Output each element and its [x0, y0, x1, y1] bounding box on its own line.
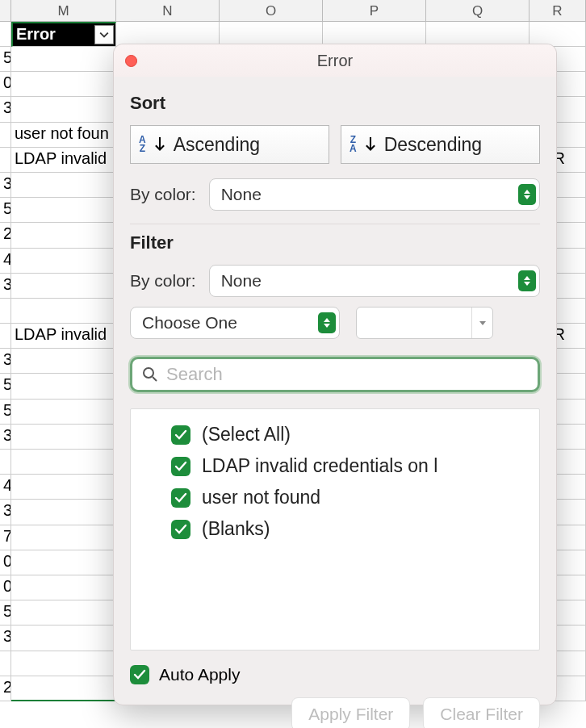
filter-search-field[interactable]: [130, 357, 540, 392]
filter-value-row[interactable]: user not found: [171, 487, 525, 508]
cell[interactable]: [0, 324, 11, 349]
cell[interactable]: [11, 575, 116, 600]
auto-apply-label: Auto Apply: [159, 665, 240, 684]
cell[interactable]: [11, 500, 116, 525]
cell[interactable]: [11, 97, 116, 122]
cell[interactable]: LDAP invalid: [11, 148, 116, 173]
sort-az-icon: AZ: [139, 136, 146, 153]
cell[interactable]: 3: [0, 500, 11, 525]
cell[interactable]: 5: [0, 374, 11, 399]
svg-point-0: [144, 368, 153, 378]
filter-value-label: (Select All): [202, 424, 291, 446]
cell[interactable]: [11, 173, 116, 198]
clear-filter-button[interactable]: Clear Filter: [423, 697, 540, 728]
cell[interactable]: 0: [0, 72, 11, 97]
cell[interactable]: 5: [0, 47, 11, 72]
filter-value-label: user not found: [202, 487, 320, 508]
cell[interactable]: LDAP invalid: [11, 324, 116, 349]
filter-search-input[interactable]: [166, 364, 528, 385]
cell[interactable]: 5: [0, 400, 11, 425]
column-header-cell[interactable]: Error: [11, 22, 116, 47]
apply-filter-button[interactable]: Apply Filter: [291, 697, 410, 728]
filter-value-label: (Blanks): [202, 518, 270, 540]
divider: [130, 224, 540, 224]
filter-value-checkbox[interactable]: [171, 425, 190, 445]
col-header-M[interactable]: M: [11, 0, 116, 22]
cell[interactable]: 3: [0, 425, 11, 450]
cell[interactable]: 3: [0, 97, 11, 122]
filter-value-row[interactable]: LDAP invalid credentials on l: [171, 455, 525, 477]
cell[interactable]: 4: [0, 249, 11, 274]
cell[interactable]: [11, 349, 116, 374]
cell[interactable]: [11, 676, 116, 701]
cell[interactable]: [11, 525, 116, 550]
column-filter-button[interactable]: [94, 25, 114, 44]
col-header-P[interactable]: P: [323, 0, 426, 22]
cell[interactable]: [11, 47, 116, 72]
cell[interactable]: 2: [0, 676, 11, 701]
cell[interactable]: [11, 274, 116, 299]
col-header-R[interactable]: R: [529, 0, 586, 22]
sort-by-color-label: By color:: [130, 185, 196, 204]
filter-value-checkbox[interactable]: [171, 488, 190, 508]
cell[interactable]: [0, 651, 11, 676]
filter-dialog: Error Sort AZ Ascending ZA Descending By…: [113, 44, 557, 705]
cell[interactable]: 7: [0, 525, 11, 550]
close-icon[interactable]: [125, 55, 137, 67]
dialog-titlebar: Error: [114, 44, 556, 77]
sort-ascending-button[interactable]: AZ Ascending: [130, 125, 329, 164]
cell[interactable]: [0, 22, 11, 47]
filter-value-row[interactable]: (Blanks): [171, 518, 525, 540]
cell[interactable]: 5: [0, 600, 11, 625]
auto-apply-checkbox[interactable]: [130, 665, 149, 684]
col-header-Q[interactable]: Q: [426, 0, 529, 22]
cell[interactable]: [0, 123, 11, 148]
cell[interactable]: user not foun: [11, 123, 116, 148]
cell[interactable]: [11, 475, 116, 500]
check-icon: [174, 523, 187, 536]
cell[interactable]: 3: [0, 173, 11, 198]
cell[interactable]: [11, 223, 116, 248]
cell[interactable]: 3: [0, 274, 11, 299]
cell[interactable]: [11, 249, 116, 274]
select-stepper-icon: [318, 312, 336, 333]
filter-by-color-select[interactable]: None: [209, 265, 540, 297]
cell[interactable]: [11, 198, 116, 223]
filter-value-combobox[interactable]: [356, 307, 493, 339]
cell[interactable]: [11, 625, 116, 651]
filter-value-checkbox[interactable]: [171, 520, 190, 539]
select-stepper-icon: [518, 270, 536, 291]
sort-descending-button[interactable]: ZA Descending: [341, 125, 540, 164]
cell[interactable]: [11, 374, 116, 399]
chevron-down-icon: [471, 308, 492, 338]
cell[interactable]: 4: [0, 475, 11, 500]
filter-value-row[interactable]: (Select All): [171, 424, 525, 446]
cell[interactable]: [11, 400, 116, 425]
cell[interactable]: [11, 550, 116, 575]
cell[interactable]: 3: [0, 625, 11, 651]
col-header-O[interactable]: O: [220, 0, 323, 22]
cell[interactable]: 2: [0, 223, 11, 248]
chevron-down-icon: [99, 30, 109, 40]
check-icon: [174, 429, 187, 441]
cell[interactable]: 3: [0, 349, 11, 374]
filter-condition-select[interactable]: Choose One: [130, 307, 340, 339]
cell[interactable]: [0, 299, 11, 324]
sort-by-color-value: None: [221, 185, 262, 204]
filter-value-checkbox[interactable]: [171, 457, 190, 476]
arrow-down-icon: [154, 137, 165, 152]
cell[interactable]: [11, 425, 116, 450]
cell[interactable]: 0: [0, 575, 11, 600]
sort-by-color-select[interactable]: None: [209, 178, 540, 211]
cell[interactable]: [11, 450, 116, 475]
cell[interactable]: [11, 651, 116, 676]
cell[interactable]: [0, 450, 11, 475]
cell[interactable]: [11, 72, 116, 97]
cell[interactable]: [0, 148, 11, 173]
cell[interactable]: 5: [0, 198, 11, 223]
cell[interactable]: [11, 299, 116, 324]
col-header-N[interactable]: N: [116, 0, 220, 22]
cell[interactable]: [11, 600, 116, 625]
sort-heading: Sort: [130, 93, 540, 114]
cell[interactable]: 0: [0, 550, 11, 575]
